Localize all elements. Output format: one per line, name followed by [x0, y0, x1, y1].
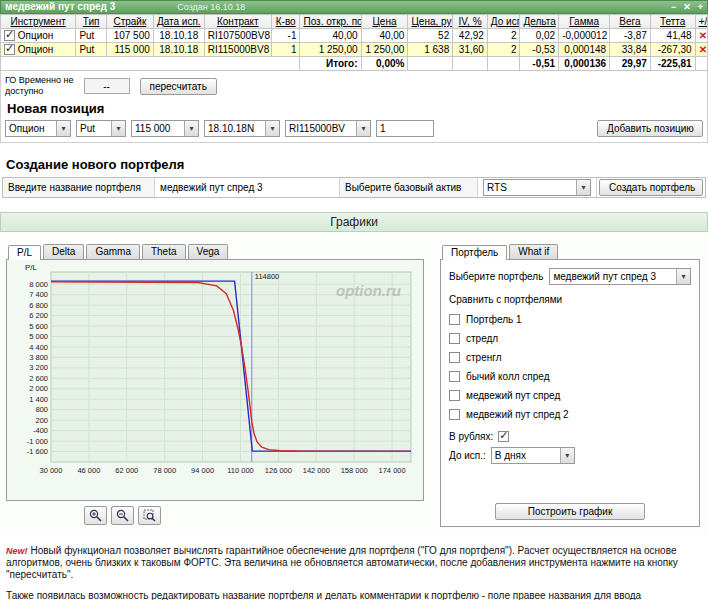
chevron-down-icon: ▾: [576, 180, 590, 195]
expiry-select[interactable]: 18.10.18N▾: [204, 120, 280, 137]
cell-contract: RI115000BV8: [204, 43, 271, 57]
close-icon[interactable]: ✕: [683, 1, 691, 13]
compare-checkbox[interactable]: [449, 314, 460, 325]
tab-theta[interactable]: Theta: [142, 244, 186, 259]
col-header-contract[interactable]: Контракт: [204, 15, 271, 29]
compare-checkbox[interactable]: [449, 409, 460, 420]
chevron-down-icon: ▾: [56, 121, 70, 136]
note-text-2: Также появилась возможность редактироват…: [6, 590, 702, 600]
row-checkbox[interactable]: [4, 30, 15, 41]
col-header-instrument[interactable]: Инструмент: [1, 15, 76, 29]
cell-vega: -3,87: [610, 29, 651, 43]
totals-label: Итого:: [300, 57, 361, 71]
cell-qty: -1: [271, 29, 300, 43]
zoom-out-button[interactable]: [111, 506, 134, 525]
zoom-in-button[interactable]: [84, 506, 107, 525]
charts-section: Графики P/L Delta Gamma Theta Vega 30 00…: [0, 212, 708, 533]
col-header-expiry[interactable]: Дата исп.: [153, 15, 204, 29]
create-portfolio-button[interactable]: Создать портфель: [599, 179, 703, 196]
zoom-reset-button[interactable]: [138, 506, 161, 525]
build-chart-button[interactable]: Построить график: [495, 503, 645, 520]
row-checkbox[interactable]: [4, 44, 15, 55]
compare-item: Портфель 1: [449, 310, 691, 329]
svg-text:P/L: P/L: [25, 263, 38, 272]
tab-delta[interactable]: Delta: [43, 244, 84, 259]
col-header-theta[interactable]: Тетта: [650, 15, 695, 29]
option-type-select[interactable]: Put▾: [76, 120, 126, 137]
pl-chart-container: 30 00046 00062 00078 00094 000110 000126…: [6, 259, 424, 501]
svg-text:2 000: 2 000: [29, 384, 48, 393]
new-position-form: Опцион▾ Put▾ 115 000▾ 18.10.18N▾ RI11500…: [5, 120, 703, 137]
svg-text:2 600: 2 600: [29, 374, 48, 383]
col-header-vega[interactable]: Вега: [610, 15, 651, 29]
compare-checkbox[interactable]: [449, 352, 460, 363]
cell-open-price: 40,00: [300, 29, 361, 43]
table-row-selected[interactable]: Опцион Put 115 000 18.10.18 RI115000BV8 …: [1, 43, 708, 57]
portfolio-window-header: медвежий пут спред 3 Создан 16.10.18 − ✕…: [0, 0, 708, 14]
cell-iv: 31,60: [453, 43, 488, 57]
delete-row-icon[interactable]: ✕: [695, 29, 707, 43]
tab-gamma[interactable]: Gamma: [86, 244, 140, 259]
cell-instrument: Опцион: [18, 44, 54, 55]
portfolio-title: медвежий пут спред 3: [5, 1, 115, 13]
compare-checkbox[interactable]: [449, 371, 460, 382]
col-header-open-price[interactable]: Поз. откр. по: [300, 15, 361, 29]
compare-checkbox[interactable]: [449, 333, 460, 344]
cell-delta: -0,53: [520, 43, 559, 57]
col-header-gamma[interactable]: Гамма: [559, 15, 610, 29]
tab-pl[interactable]: P/L: [8, 245, 41, 260]
portfolio-select[interactable]: медвежий пут спред 3▾: [549, 268, 691, 285]
strike-select[interactable]: 115 000▾: [131, 120, 199, 137]
chart-tabs: P/L Delta Gamma Theta Vega: [8, 244, 430, 259]
create-portfolio-form: Введите название портфеля Выберите базов…: [2, 177, 706, 198]
compare-label: Сравнить с портфелями: [449, 294, 691, 305]
contract-select[interactable]: RI115000BV▾: [285, 120, 371, 137]
tab-vega[interactable]: Vega: [188, 244, 229, 259]
col-header-type[interactable]: Тип: [76, 15, 107, 29]
svg-text:6 800: 6 800: [29, 301, 48, 310]
compare-checkbox[interactable]: [449, 390, 460, 401]
add-icon[interactable]: +: [698, 1, 703, 13]
days-select[interactable]: В днях▾: [491, 447, 575, 464]
col-header-days[interactable]: До исп.: [487, 15, 520, 29]
col-header-strike[interactable]: Страйк: [106, 15, 153, 29]
recalculate-button[interactable]: пересчитать: [140, 78, 217, 95]
col-header-price-rub[interactable]: Цена, руб.: [408, 15, 453, 29]
delete-row-icon[interactable]: ✕: [695, 43, 707, 57]
svg-text:62 000: 62 000: [115, 466, 138, 475]
totals-pct: 0,00%: [361, 57, 408, 71]
tab-what-if[interactable]: What if: [509, 244, 558, 259]
zoom-reset-icon: [143, 509, 156, 522]
cell-price: 1 250,00: [361, 43, 408, 57]
table-row[interactable]: Опцион Put 107 500 18.10.18 RI107500BV8 …: [1, 29, 708, 43]
base-asset-select[interactable]: RTS▾: [483, 179, 591, 196]
col-header-price[interactable]: Цена: [361, 15, 408, 29]
rubles-checkbox[interactable]: [498, 431, 509, 442]
go-status-text: ГО Временно не доступно: [5, 75, 74, 97]
cell-price-rub: 1 638: [408, 43, 453, 57]
cell-delta: 0,02: [520, 29, 559, 43]
svg-text:5 000: 5 000: [29, 332, 48, 341]
svg-text:3 800: 3 800: [29, 353, 48, 362]
col-header-delta[interactable]: Дельта: [520, 15, 559, 29]
totals-vega: 29,97: [610, 57, 651, 71]
compare-item: бычий колл спред: [449, 367, 691, 386]
col-header-iv[interactable]: IV, %: [453, 15, 488, 29]
tab-portfolio[interactable]: Портфель: [442, 245, 507, 260]
create-portfolio-title: Создание нового портфеля: [6, 157, 708, 172]
svg-text:110 000: 110 000: [227, 466, 254, 475]
minimize-icon[interactable]: −: [671, 1, 676, 13]
cell-price: 40,00: [361, 29, 408, 43]
instrument-select[interactable]: Опцион▾: [5, 120, 71, 137]
totals-row: Итого: 0,00% -0,51 0,000136 29,97 -225,8…: [1, 57, 708, 71]
col-header-qty[interactable]: К-во: [271, 15, 300, 29]
cell-days: 2: [487, 29, 520, 43]
svg-text:126 000: 126 000: [265, 466, 292, 475]
portfolio-name-input[interactable]: [160, 179, 334, 196]
table-header-row: Инструмент Тип Страйк Дата исп. Контракт…: [1, 15, 708, 29]
cell-strike: 107 500: [106, 29, 153, 43]
svg-text:142 000: 142 000: [303, 466, 330, 475]
add-position-button[interactable]: Добавить позицию: [597, 120, 703, 137]
quantity-input[interactable]: [376, 120, 434, 137]
svg-text:-1 000: -1 000: [27, 437, 48, 446]
